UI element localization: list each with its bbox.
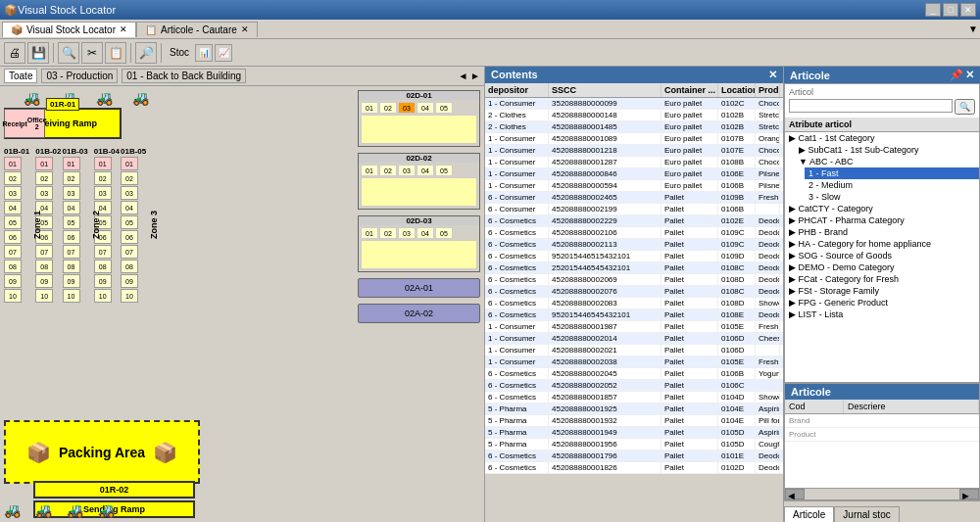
table-row[interactable]: 1 - Consumer 452088880001218 Euro pallet…	[485, 145, 783, 157]
table-row[interactable]: 5 - Pharma 452088880001925 Pallet 0104E …	[485, 403, 783, 415]
table-row[interactable]: 2 - Clothes 452088880001485 Euro pallet …	[485, 121, 783, 133]
table-row[interactable]: 6 - Cosmetics 452088880001826 Pallet 010…	[485, 462, 783, 474]
nav-arrows[interactable]: ◄ ►	[458, 71, 480, 81]
cut-button[interactable]: ✂	[81, 42, 103, 64]
table-row[interactable]: 1 - Consumer 452088880002038 Pallet 0105…	[485, 356, 783, 368]
bay-cell-05c[interactable]: 05	[435, 227, 453, 239]
bay-cell-01[interactable]: 01	[361, 102, 378, 114]
tree-item[interactable]: ▶ FCat - Category for Fresh	[785, 273, 979, 285]
contents-close-icon[interactable]: ✕	[768, 69, 777, 81]
cell-01b05-04[interactable]: 04	[121, 201, 138, 214]
cell-01b01-07[interactable]: 07	[4, 245, 22, 259]
tree-item[interactable]: ▶ HA - Category for home appliance	[785, 238, 979, 250]
bay-cell-02b[interactable]: 02	[379, 165, 397, 176]
stoc-btn2[interactable]: 📈	[215, 44, 232, 62]
tab-close-button[interactable]: ✕	[120, 24, 127, 34]
h-scrollbar[interactable]: ◄ ►	[785, 488, 979, 499]
tree-item[interactable]: ▶ SubCat1 - 1st Sub-Category	[795, 144, 979, 156]
table-row[interactable]: 1 - Consumer 452088880001287 Euro pallet…	[485, 157, 783, 168]
cell-01b01-02[interactable]: 02	[4, 171, 22, 185]
search-button[interactable]: 🔍	[58, 42, 79, 64]
cell-01b05-05[interactable]: 05	[121, 215, 138, 229]
cell-01b01-06[interactable]: 06	[4, 230, 22, 244]
bay-cell-02[interactable]: 02	[379, 102, 397, 114]
table-row[interactable]: 6 - Cosmetics 452088880001857 Pallet 010…	[485, 392, 783, 403]
tree-item[interactable]: 2 - Medium	[805, 179, 979, 191]
tree-item[interactable]: ▶ LIST - Lista	[785, 308, 979, 320]
minimize-button[interactable]: _	[925, 3, 941, 17]
cell-01b05-02[interactable]: 02	[121, 171, 138, 185]
tree-item[interactable]: ▶ PHB - Brand	[785, 226, 979, 238]
table-row[interactable]: 6 - Consumer 452088880002199 Pallet 0106…	[485, 204, 783, 215]
cell-01b01-04[interactable]: 04	[4, 201, 22, 214]
cell-01b01-05[interactable]: 05	[4, 215, 22, 229]
tree-item[interactable]: ▶ FPG - Generic Product	[785, 297, 979, 308]
table-row[interactable]: 5 - Pharma 452088880001949 Pallet 0105D …	[485, 427, 783, 439]
tree-item[interactable]: ▶ CatCTY - Category	[785, 203, 979, 214]
zoom-button[interactable]: 🔎	[135, 42, 157, 64]
cell-01b01-10[interactable]: 10	[4, 289, 22, 303]
print-button[interactable]: 🖨	[4, 42, 25, 64]
table-row[interactable]: 6 - Cosmetics 452088880002083 Pallet 010…	[485, 298, 783, 309]
table-row[interactable]: 6 - Cosmetics 252015446545432101 Pallet …	[485, 262, 783, 274]
tab-visual-stock[interactable]: 📦 Visual Stock Locator ✕	[2, 22, 136, 37]
bay-cell-01b[interactable]: 01	[361, 165, 378, 176]
cell-01b05-01[interactable]: 01	[121, 157, 138, 170]
table-row[interactable]: 1 - Consumer 452088880000846 Euro pallet…	[485, 168, 783, 180]
cell-01b04-08[interactable]: 08	[94, 260, 112, 273]
table-row[interactable]: 1 - Consumer 452088880000594 Euro pallet…	[485, 180, 783, 192]
nav-building[interactable]: 01 - Back to Back Building	[122, 69, 246, 83]
cell-01b01-08[interactable]: 08	[4, 260, 22, 273]
table-row[interactable]: 6 - Cosmetics 452088880002229 Pallet 010…	[485, 215, 783, 227]
table-row[interactable]: 6 - Cosmetics 452088880002076 Pallet 010…	[485, 286, 783, 298]
articole-pin-icon[interactable]: 📌	[950, 69, 963, 81]
table-row[interactable]: 6 - Cosmetics 952015446515432101 Pallet …	[485, 251, 783, 262]
articol-search-input[interactable]	[789, 99, 953, 113]
cell-01b04-02[interactable]: 02	[94, 171, 112, 185]
table-row[interactable]: 6 - Cosmetics 452088880002106 Pallet 010…	[485, 227, 783, 239]
cell-01b05-10[interactable]: 10	[121, 289, 138, 303]
cell-01b04-09[interactable]: 09	[94, 274, 112, 288]
cell-01b03-05[interactable]: 05	[63, 215, 80, 229]
cell-01b04-03[interactable]: 03	[94, 186, 112, 200]
table-row[interactable]: 6 - Cosmetics 452088880002069 Pallet 010…	[485, 274, 783, 286]
cell-01b05-08[interactable]: 08	[121, 260, 138, 273]
cell-01b03-01[interactable]: 01	[63, 157, 80, 170]
cell-01b02-09[interactable]: 09	[35, 274, 53, 288]
table-row[interactable]: 6 - Cosmetics 452088880002052 Pallet 010…	[485, 380, 783, 392]
table-row[interactable]: 2 - Clothes 452088880000148 Euro pallet …	[485, 110, 783, 121]
bay-cell-01c[interactable]: 01	[361, 227, 378, 239]
cell-01b03-08[interactable]: 08	[63, 260, 80, 273]
cell-01b01-01[interactable]: 01	[4, 157, 22, 170]
tree-item[interactable]: ▶ DEMO - Demo Category	[785, 261, 979, 273]
cell-01b04-10[interactable]: 10	[94, 289, 112, 303]
tab-close-button2[interactable]: ✕	[241, 24, 249, 34]
cell-01b02-08[interactable]: 08	[35, 260, 53, 273]
bay-cell-03[interactable]: 03	[398, 102, 416, 114]
bay-cell-05b[interactable]: 05	[435, 165, 453, 176]
tree-item[interactable]: ▶ Cat1 - 1st Category	[785, 132, 979, 144]
area-02a01[interactable]: 02A-01	[358, 278, 480, 298]
bay-cell-04c[interactable]: 04	[416, 227, 434, 239]
tree-item[interactable]: 1 - Fast	[805, 167, 979, 179]
table-row[interactable]: 5 - Pharma 452088880001956 Pallet 0105D …	[485, 439, 783, 451]
cell-01b02-03[interactable]: 03	[35, 186, 53, 200]
scrollbar-right[interactable]: ►	[959, 489, 979, 499]
cell-01b02-10[interactable]: 10	[35, 289, 53, 303]
bay-cell-05[interactable]: 05	[435, 102, 453, 114]
tree-item[interactable]: ▶ SOG - Source of Goods	[785, 250, 979, 261]
cell-01b01-03[interactable]: 03	[4, 186, 22, 200]
tab-articole[interactable]: Articole	[784, 506, 834, 522]
table-row[interactable]: 1 - Consumer 452088880001987 Pallet 0105…	[485, 321, 783, 333]
tree-item[interactable]: ▼ ABC - ABC	[795, 156, 979, 167]
area-02a02[interactable]: 02A-02	[358, 304, 480, 323]
cell-01b02-07[interactable]: 07	[35, 245, 53, 259]
cell-01b01-09[interactable]: 09	[4, 274, 22, 288]
table-row[interactable]: 1 - Consumer 452088880002021 Pallet 0106…	[485, 345, 783, 356]
tab-articole[interactable]: 📋 Articole - Cautare ✕	[136, 22, 258, 37]
bay-cell-02c[interactable]: 02	[379, 227, 397, 239]
bay-cell-03c[interactable]: 03	[398, 227, 416, 239]
maximize-button[interactable]: □	[943, 3, 958, 17]
cell-01b03-09[interactable]: 09	[63, 274, 80, 288]
cell-01b04-01[interactable]: 01	[94, 157, 112, 170]
